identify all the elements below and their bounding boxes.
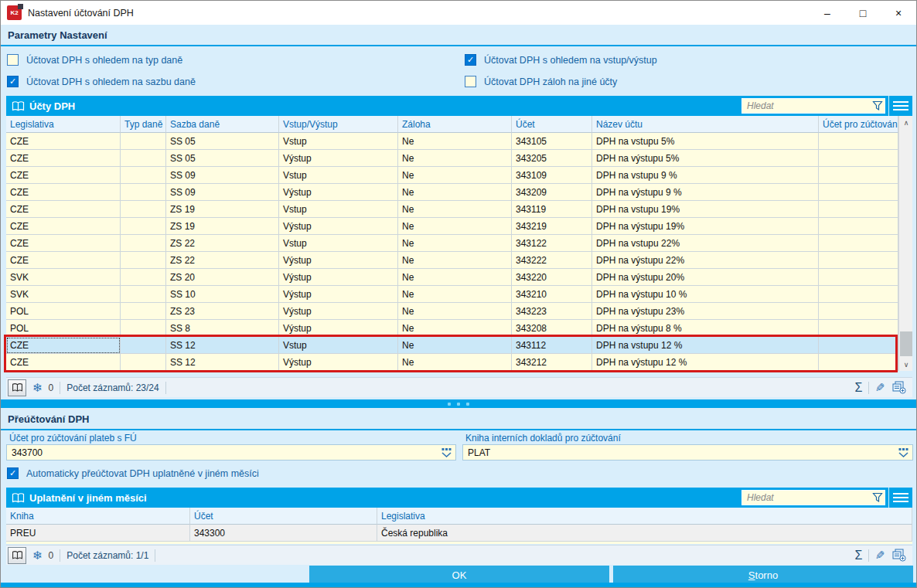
table-cell[interactable]: DPH na výstupu 19% xyxy=(592,218,819,235)
lookup-dropdown-icon[interactable] xyxy=(441,447,452,458)
table-cell[interactable] xyxy=(819,218,898,235)
table-cell[interactable]: CZE xyxy=(6,337,121,354)
table-cell[interactable]: CZE xyxy=(6,252,121,269)
table-cell[interactable]: Vstup xyxy=(279,235,398,252)
table-cell[interactable] xyxy=(121,150,166,167)
table-cell[interactable]: SS 12 xyxy=(166,354,279,371)
scrollbar-thumb[interactable] xyxy=(900,331,912,356)
table-cell[interactable]: CZE xyxy=(6,167,121,184)
table-cell[interactable]: Výstup xyxy=(279,150,398,167)
table-cell[interactable] xyxy=(819,354,898,371)
table-cell[interactable] xyxy=(121,133,166,150)
table-cell[interactable]: 343105 xyxy=(512,133,592,150)
table-cell[interactable] xyxy=(121,303,166,320)
table-cell[interactable] xyxy=(121,354,166,371)
table-cell[interactable]: Ne xyxy=(398,150,512,167)
table-cell[interactable] xyxy=(121,252,166,269)
table-cell[interactable]: Ne xyxy=(398,133,512,150)
lookup-dropdown-icon[interactable] xyxy=(898,447,909,458)
column-header[interactable]: Účet xyxy=(190,508,377,525)
table-cell[interactable]: ZS 19 xyxy=(166,201,279,218)
table-cell[interactable]: CZE xyxy=(6,218,121,235)
column-header[interactable]: Záloha xyxy=(398,116,512,133)
table-cell[interactable]: Ne xyxy=(398,337,512,354)
internal-documents-book-field[interactable]: PLAT xyxy=(462,444,913,461)
table-cell[interactable]: 343219 xyxy=(512,218,592,235)
search-input[interactable] xyxy=(741,98,885,114)
table-cell[interactable]: SS 09 xyxy=(166,184,279,201)
table-cell[interactable]: 343222 xyxy=(512,252,592,269)
table-cell[interactable]: 343300 xyxy=(190,525,377,542)
table-cell[interactable]: 343122 xyxy=(512,235,592,252)
table-cell[interactable]: 343112 xyxy=(512,337,592,354)
table-cell[interactable]: DPH na vstupu 9 % xyxy=(592,167,819,184)
table-cell[interactable] xyxy=(819,252,898,269)
edit-pencil-icon[interactable]: ✎ xyxy=(875,381,885,395)
checkbox-dph-zaloh-jine-ucty[interactable]: Účtovat DPH záloh na jiné účty xyxy=(465,76,617,87)
table-cell[interactable] xyxy=(121,269,166,286)
checkbox-dph-typ-dane[interactable]: Účtovat DPH s ohledem na typ daně xyxy=(7,54,182,66)
column-header[interactable]: Účet xyxy=(512,116,592,133)
table-row[interactable]: CZEZS 22VstupNe343122DPH na vstupu 22% xyxy=(6,235,898,252)
table-cell[interactable]: Výstup xyxy=(279,252,398,269)
table-cell[interactable]: DPH na výstupu 9 % xyxy=(592,184,819,201)
table-cell[interactable]: Ne xyxy=(398,269,512,286)
table-cell[interactable]: Vstup xyxy=(279,337,398,354)
table-cell[interactable] xyxy=(819,133,898,150)
table-row[interactable]: SVKZS 20VýstupNe343220DPH na výstupu 20% xyxy=(6,269,898,286)
scrollbar-up-icon[interactable]: ∧ xyxy=(899,116,913,129)
table-cell[interactable]: 343109 xyxy=(512,167,592,184)
table-cell[interactable]: POL xyxy=(6,303,121,320)
table-cell[interactable] xyxy=(819,201,898,218)
ok-button[interactable]: OK xyxy=(309,566,609,584)
table-cell[interactable] xyxy=(121,218,166,235)
storno-button[interactable]: Storno xyxy=(613,566,913,584)
column-header[interactable]: Kniha xyxy=(6,508,190,525)
table-menu-icon[interactable] xyxy=(888,488,912,508)
table-cell[interactable]: Ne xyxy=(398,184,512,201)
table-cell[interactable]: DPH na výstupu 10 % xyxy=(592,286,819,303)
table-cell[interactable]: 343212 xyxy=(512,354,592,371)
table-cell[interactable]: DPH na výstupu 23% xyxy=(592,303,819,320)
table-row[interactable]: CZEZS 19VstupNe343119DPH na vstupu 19% xyxy=(6,201,898,218)
table-cell[interactable]: Ne xyxy=(398,218,512,235)
column-header[interactable]: Legislativa xyxy=(377,508,912,525)
table-cell[interactable]: Výstup xyxy=(279,286,398,303)
table-cell[interactable]: CZE xyxy=(6,354,121,371)
filter-funnel-icon[interactable] xyxy=(872,100,883,114)
table-row[interactable]: CZESS 12VýstupNe343212DPH na výstupu 12 … xyxy=(6,354,898,371)
table-cell[interactable]: Ne xyxy=(398,167,512,184)
table-cell[interactable] xyxy=(819,337,898,354)
sum-icon[interactable]: Σ xyxy=(855,381,863,395)
table-cell[interactable]: ZS 20 xyxy=(166,269,279,286)
checkbox-box[interactable]: ✓ xyxy=(465,54,476,66)
table-cell[interactable] xyxy=(819,150,898,167)
table-cell[interactable]: CZE xyxy=(6,184,121,201)
table-cell[interactable]: 343119 xyxy=(512,201,592,218)
table-cell[interactable]: Ne xyxy=(398,235,512,252)
checkbox-box[interactable]: ✓ xyxy=(7,467,19,479)
table-row[interactable]: POLSS 8VýstupNe343208DPH na výstupu 8 % xyxy=(6,320,898,337)
table-row[interactable]: POLZS 23VýstupNe343223DPH na výstupu 23% xyxy=(6,303,898,320)
table-cell[interactable]: 343223 xyxy=(512,303,592,320)
filter-funnel-icon[interactable] xyxy=(872,492,883,506)
column-header[interactable]: Název účtu xyxy=(592,116,819,133)
table-cell[interactable] xyxy=(121,337,166,354)
table-menu-icon[interactable] xyxy=(888,96,912,116)
table-cell[interactable]: DPH na vstupu 12 % xyxy=(592,337,819,354)
table-cell[interactable] xyxy=(121,201,166,218)
column-header[interactable]: Účet pro zúčtování xyxy=(819,116,898,133)
checkbox-auto-repost[interactable]: ✓ Automaticky přeúčtovat DPH uplatněné v… xyxy=(7,467,259,479)
column-header[interactable]: Typ daně xyxy=(121,116,166,133)
table-cell[interactable]: Výstup xyxy=(279,269,398,286)
table-cell[interactable]: Vstup xyxy=(279,133,398,150)
table-cell[interactable]: 343210 xyxy=(512,286,592,303)
table-cell[interactable]: SS 05 xyxy=(166,133,279,150)
table-cell[interactable] xyxy=(819,269,898,286)
table-cell[interactable] xyxy=(819,235,898,252)
edit-pencil-icon[interactable]: ✎ xyxy=(875,549,885,563)
table-cell[interactable]: 343209 xyxy=(512,184,592,201)
book-view-button[interactable] xyxy=(8,379,26,396)
table-cell[interactable]: SS 05 xyxy=(166,150,279,167)
table-cell[interactable] xyxy=(819,184,898,201)
